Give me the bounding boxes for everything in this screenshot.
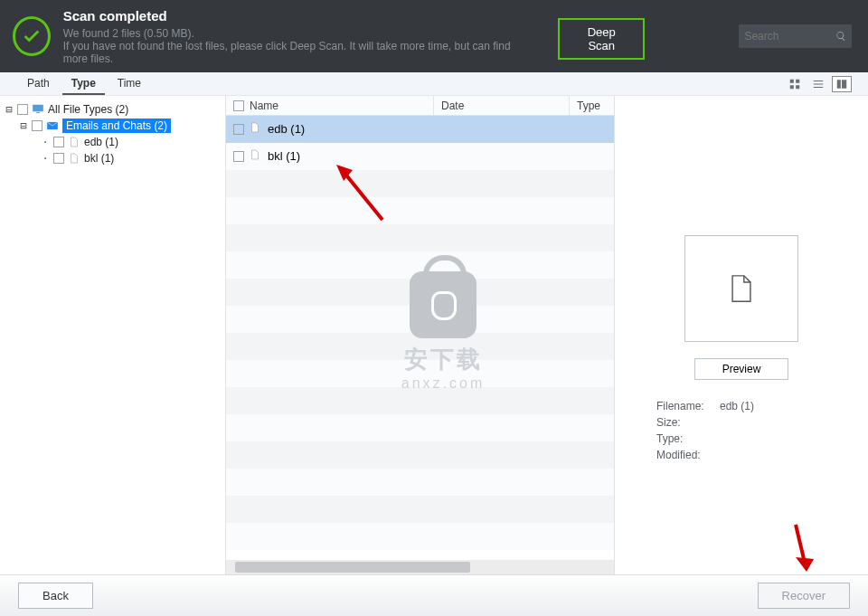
view-detail-button[interactable] bbox=[832, 76, 852, 92]
meta-size-label: Size: bbox=[656, 414, 720, 431]
deep-scan-button[interactable]: Deep Scan bbox=[558, 18, 645, 60]
file-icon bbox=[250, 121, 262, 137]
tree-item-label: edb (1) bbox=[84, 136, 118, 148]
scan-complete-icon bbox=[13, 16, 51, 56]
tree-checkbox[interactable] bbox=[32, 120, 42, 131]
tree-spacer-icon: · bbox=[40, 152, 51, 165]
list-row bbox=[226, 523, 614, 550]
preview-button[interactable]: Preview bbox=[694, 358, 789, 380]
list-row bbox=[226, 306, 614, 333]
list-body: edb (1) bkl (1) bbox=[226, 116, 614, 560]
svg-rect-1 bbox=[36, 112, 40, 113]
tree-checkbox[interactable] bbox=[17, 104, 28, 115]
envelope-icon bbox=[45, 119, 60, 132]
tree-checkbox[interactable] bbox=[53, 137, 64, 147]
tabs: Path Type Time bbox=[9, 73, 150, 95]
main: ⊟ All File Types (2) ⊟ Emails and Chats … bbox=[0, 96, 868, 574]
recover-button[interactable]: Recover bbox=[758, 583, 850, 609]
tree-collapse-icon[interactable]: ⊟ bbox=[18, 119, 29, 132]
header-subtitle-2: If you have not found the lost files, pl… bbox=[63, 40, 533, 65]
monitor-icon bbox=[31, 103, 45, 116]
horizontal-scrollbar[interactable] bbox=[226, 560, 614, 574]
search-icon bbox=[835, 30, 846, 43]
toolbar: Path Type Time bbox=[0, 72, 868, 96]
tree-emails-label: Emails and Chats (2) bbox=[62, 118, 171, 133]
preview-thumbnail bbox=[684, 235, 798, 342]
row-checkbox[interactable] bbox=[233, 151, 244, 162]
header-checkbox[interactable] bbox=[233, 100, 244, 111]
tree-checkbox[interactable] bbox=[53, 153, 64, 164]
list-row bbox=[226, 251, 614, 279]
list-row bbox=[226, 360, 614, 387]
list-row bbox=[226, 496, 614, 523]
view-list-button[interactable] bbox=[808, 76, 828, 92]
tree-item[interactable]: · bkl (1) bbox=[40, 150, 222, 166]
list-row bbox=[226, 441, 614, 469]
tree-item-label: bkl (1) bbox=[84, 152, 114, 165]
file-icon bbox=[67, 136, 81, 148]
tree-spacer-icon: · bbox=[40, 136, 51, 148]
header-subtitle-1: We found 2 files (0.50 MB). bbox=[63, 27, 533, 40]
svg-rect-0 bbox=[33, 105, 43, 112]
tab-path[interactable]: Path bbox=[18, 73, 59, 95]
tree-emails[interactable]: ⊟ Emails and Chats (2) bbox=[18, 118, 222, 134]
list-row bbox=[226, 279, 614, 306]
row-name: bkl (1) bbox=[268, 149, 300, 163]
header: Scan completed We found 2 files (0.50 MB… bbox=[0, 0, 868, 72]
row-name: edb (1) bbox=[268, 122, 305, 136]
search-box[interactable] bbox=[739, 24, 852, 48]
list-row bbox=[226, 469, 614, 496]
preview-panel: Preview Filename:edb (1) Size: Type: Mod… bbox=[615, 96, 868, 574]
file-tree: ⊟ All File Types (2) ⊟ Emails and Chats … bbox=[0, 96, 226, 574]
meta-filename-value: edb (1) bbox=[720, 400, 754, 412]
list-row bbox=[226, 414, 614, 441]
col-date[interactable]: Date bbox=[441, 100, 464, 112]
meta-type-label: Type: bbox=[656, 431, 720, 447]
header-text: Scan completed We found 2 files (0.50 MB… bbox=[63, 8, 533, 65]
tree-root-label: All File Types (2) bbox=[48, 103, 128, 116]
view-buttons bbox=[785, 76, 859, 92]
list-header: Name Date Type bbox=[226, 96, 614, 116]
list-row bbox=[226, 387, 614, 414]
meta-filename-label: Filename: bbox=[656, 398, 720, 414]
col-name[interactable]: Name bbox=[250, 100, 278, 112]
list-row bbox=[226, 170, 614, 197]
tree-item[interactable]: · edb (1) bbox=[40, 134, 222, 150]
back-button[interactable]: Back bbox=[18, 583, 93, 609]
scrollbar-thumb[interactable] bbox=[235, 562, 470, 573]
tree-root[interactable]: ⊟ All File Types (2) bbox=[4, 101, 222, 118]
list-row bbox=[226, 224, 614, 251]
list-row bbox=[226, 333, 614, 360]
header-title: Scan completed bbox=[63, 8, 533, 24]
meta-modified-label: Modified: bbox=[656, 447, 720, 463]
list-row[interactable]: edb (1) bbox=[226, 116, 614, 143]
list-row[interactable]: bkl (1) bbox=[226, 143, 614, 170]
file-icon bbox=[250, 148, 262, 164]
file-metadata: Filename:edb (1) Size: Type: Modified: bbox=[656, 398, 754, 463]
col-type[interactable]: Type bbox=[577, 100, 600, 112]
list-row bbox=[226, 197, 614, 224]
footer: Back Recover bbox=[0, 574, 868, 616]
tab-time[interactable]: Time bbox=[108, 73, 150, 95]
row-checkbox[interactable] bbox=[233, 124, 244, 135]
file-icon bbox=[67, 152, 81, 165]
search-input[interactable] bbox=[744, 30, 835, 43]
view-grid-button[interactable] bbox=[785, 76, 805, 92]
tab-type[interactable]: Type bbox=[62, 73, 105, 95]
file-list: Name Date Type edb (1) bkl bbox=[226, 96, 615, 574]
tree-collapse-icon[interactable]: ⊟ bbox=[4, 103, 14, 116]
